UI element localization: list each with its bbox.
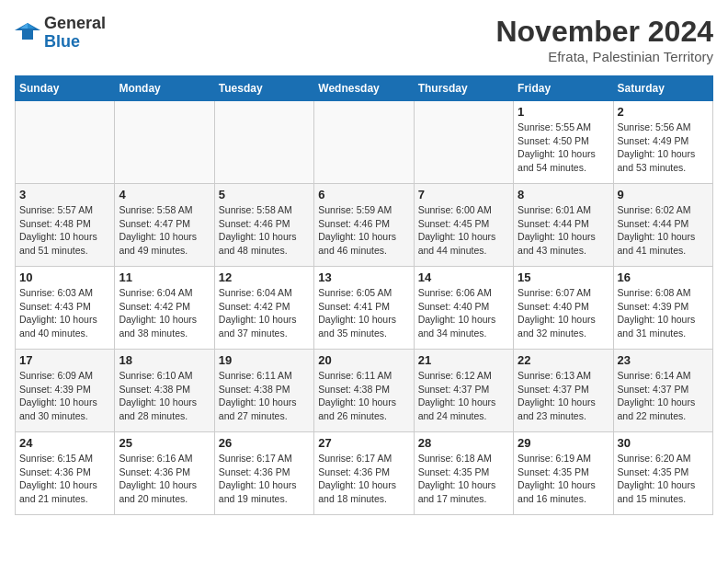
day-info: Sunrise: 6:19 AM Sunset: 4:35 PM Dayligh… — [518, 452, 609, 506]
day-number: 28 — [418, 436, 509, 450]
day-info: Sunrise: 6:01 AM Sunset: 4:44 PM Dayligh… — [518, 203, 609, 258]
month-title: November 2024 — [495, 15, 713, 49]
day-info: Sunrise: 6:17 AM Sunset: 4:36 PM Dayligh… — [219, 452, 310, 506]
day-number: 16 — [618, 270, 709, 284]
calendar-cell: 12Sunrise: 6:04 AM Sunset: 4:42 PM Dayli… — [214, 267, 313, 350]
day-info: Sunrise: 6:15 AM Sunset: 4:36 PM Dayligh… — [19, 452, 110, 506]
day-info: Sunrise: 5:58 AM Sunset: 4:46 PM Dayligh… — [219, 203, 310, 258]
day-number: 15 — [518, 270, 609, 284]
calendar-cell — [16, 101, 115, 184]
day-number: 6 — [318, 188, 409, 201]
day-info: Sunrise: 6:05 AM Sunset: 4:41 PM Dayligh… — [318, 286, 409, 340]
calendar-cell: 2Sunrise: 5:56 AM Sunset: 4:49 PM Daylig… — [613, 101, 712, 184]
day-info: Sunrise: 5:57 AM Sunset: 4:48 PM Dayligh… — [19, 203, 110, 258]
calendar-cell — [115, 101, 214, 184]
day-info: Sunrise: 6:16 AM Sunset: 4:36 PM Dayligh… — [119, 452, 210, 506]
day-info: Sunrise: 6:18 AM Sunset: 4:35 PM Dayligh… — [418, 452, 509, 506]
day-info: Sunrise: 6:04 AM Sunset: 4:42 PM Dayligh… — [219, 286, 310, 340]
day-info: Sunrise: 6:11 AM Sunset: 4:38 PM Dayligh… — [318, 369, 409, 423]
weekday-header-tuesday: Tuesday — [214, 76, 313, 101]
logo: General Blue — [15, 15, 106, 52]
day-info: Sunrise: 6:03 AM Sunset: 4:43 PM Dayligh… — [19, 286, 110, 340]
calendar-cell: 7Sunrise: 6:00 AM Sunset: 4:45 PM Daylig… — [414, 184, 513, 267]
day-info: Sunrise: 6:07 AM Sunset: 4:40 PM Dayligh… — [518, 286, 609, 340]
calendar-cell: 26Sunrise: 6:17 AM Sunset: 4:36 PM Dayli… — [214, 432, 313, 515]
day-info: Sunrise: 5:55 AM Sunset: 4:50 PM Dayligh… — [518, 121, 609, 175]
day-number: 22 — [518, 353, 609, 367]
calendar-cell: 22Sunrise: 6:13 AM Sunset: 4:37 PM Dayli… — [514, 350, 613, 432]
day-info: Sunrise: 5:59 AM Sunset: 4:46 PM Dayligh… — [318, 203, 409, 258]
calendar-week-1: 1Sunrise: 5:55 AM Sunset: 4:50 PM Daylig… — [16, 101, 713, 184]
day-number: 2 — [618, 105, 709, 119]
calendar-week-3: 10Sunrise: 6:03 AM Sunset: 4:43 PM Dayli… — [16, 267, 713, 350]
day-number: 1 — [518, 105, 609, 119]
weekday-header-thursday: Thursday — [414, 76, 513, 101]
calendar-week-2: 3Sunrise: 5:57 AM Sunset: 4:48 PM Daylig… — [16, 184, 713, 267]
logo-blue: Blue — [44, 32, 80, 51]
day-number: 13 — [318, 270, 409, 284]
day-info: Sunrise: 6:11 AM Sunset: 4:38 PM Dayligh… — [219, 369, 310, 423]
day-number: 18 — [119, 353, 210, 367]
calendar-cell: 25Sunrise: 6:16 AM Sunset: 4:36 PM Dayli… — [115, 432, 214, 515]
calendar-cell — [314, 101, 414, 184]
calendar-cell: 17Sunrise: 6:09 AM Sunset: 4:39 PM Dayli… — [16, 350, 115, 432]
calendar-table: SundayMondayTuesdayWednesdayThursdayFrid… — [15, 75, 713, 515]
calendar-cell: 10Sunrise: 6:03 AM Sunset: 4:43 PM Dayli… — [16, 267, 115, 350]
day-number: 3 — [19, 188, 110, 201]
calendar-header: SundayMondayTuesdayWednesdayThursdayFrid… — [16, 76, 713, 101]
day-info: Sunrise: 6:00 AM Sunset: 4:45 PM Dayligh… — [418, 203, 509, 258]
day-number: 23 — [618, 353, 709, 367]
day-number: 8 — [518, 188, 609, 201]
logo-text: General Blue — [44, 15, 106, 52]
day-number: 21 — [418, 353, 509, 367]
day-number: 7 — [418, 188, 509, 201]
day-info: Sunrise: 6:14 AM Sunset: 4:37 PM Dayligh… — [618, 369, 709, 423]
logo-general: General — [44, 14, 106, 32]
calendar-cell — [214, 101, 313, 184]
day-info: Sunrise: 5:56 AM Sunset: 4:49 PM Dayligh… — [618, 121, 709, 175]
day-number: 10 — [19, 270, 110, 284]
day-info: Sunrise: 6:17 AM Sunset: 4:36 PM Dayligh… — [318, 452, 409, 506]
day-number: 5 — [219, 188, 310, 201]
calendar-cell: 19Sunrise: 6:11 AM Sunset: 4:38 PM Dayli… — [214, 350, 313, 432]
day-info: Sunrise: 6:10 AM Sunset: 4:38 PM Dayligh… — [119, 369, 210, 423]
calendar-cell: 21Sunrise: 6:12 AM Sunset: 4:37 PM Dayli… — [414, 350, 513, 432]
title-area: November 2024 Efrata, Palestinian Territ… — [495, 15, 713, 64]
calendar-cell: 4Sunrise: 5:58 AM Sunset: 4:47 PM Daylig… — [115, 184, 214, 267]
weekday-header-sunday: Sunday — [16, 76, 115, 101]
day-info: Sunrise: 6:20 AM Sunset: 4:35 PM Dayligh… — [618, 452, 709, 506]
day-number: 19 — [219, 353, 310, 367]
calendar-cell: 16Sunrise: 6:08 AM Sunset: 4:39 PM Dayli… — [613, 267, 712, 350]
day-info: Sunrise: 6:04 AM Sunset: 4:42 PM Dayligh… — [119, 286, 210, 340]
calendar-cell: 24Sunrise: 6:15 AM Sunset: 4:36 PM Dayli… — [16, 432, 115, 515]
day-number: 27 — [318, 436, 409, 450]
day-number: 4 — [119, 188, 210, 201]
weekday-header-monday: Monday — [115, 76, 214, 101]
calendar-week-5: 24Sunrise: 6:15 AM Sunset: 4:36 PM Dayli… — [16, 432, 713, 515]
weekday-header-friday: Friday — [514, 76, 613, 101]
calendar-cell: 15Sunrise: 6:07 AM Sunset: 4:40 PM Dayli… — [514, 267, 613, 350]
day-info: Sunrise: 6:02 AM Sunset: 4:44 PM Dayligh… — [618, 203, 709, 258]
calendar-body: 1Sunrise: 5:55 AM Sunset: 4:50 PM Daylig… — [16, 101, 713, 515]
day-number: 9 — [618, 188, 709, 201]
calendar-cell: 6Sunrise: 5:59 AM Sunset: 4:46 PM Daylig… — [314, 184, 414, 267]
day-number: 12 — [219, 270, 310, 284]
day-number: 17 — [19, 353, 110, 367]
calendar-cell: 18Sunrise: 6:10 AM Sunset: 4:38 PM Dayli… — [115, 350, 214, 432]
calendar-cell: 14Sunrise: 6:06 AM Sunset: 4:40 PM Dayli… — [414, 267, 513, 350]
day-info: Sunrise: 6:08 AM Sunset: 4:39 PM Dayligh… — [618, 286, 709, 340]
day-number: 29 — [518, 436, 609, 450]
day-info: Sunrise: 6:12 AM Sunset: 4:37 PM Dayligh… — [418, 369, 509, 423]
day-info: Sunrise: 5:58 AM Sunset: 4:47 PM Dayligh… — [119, 203, 210, 258]
calendar-cell: 29Sunrise: 6:19 AM Sunset: 4:35 PM Dayli… — [514, 432, 613, 515]
day-number: 11 — [119, 270, 210, 284]
weekday-row: SundayMondayTuesdayWednesdayThursdayFrid… — [16, 76, 713, 101]
calendar-cell: 1Sunrise: 5:55 AM Sunset: 4:50 PM Daylig… — [514, 101, 613, 184]
calendar-cell: 3Sunrise: 5:57 AM Sunset: 4:48 PM Daylig… — [16, 184, 115, 267]
calendar-cell: 11Sunrise: 6:04 AM Sunset: 4:42 PM Dayli… — [115, 267, 214, 350]
day-info: Sunrise: 6:06 AM Sunset: 4:40 PM Dayligh… — [418, 286, 509, 340]
day-number: 25 — [119, 436, 210, 450]
logo-graphic — [15, 21, 40, 45]
day-number: 14 — [418, 270, 509, 284]
day-number: 24 — [19, 436, 110, 450]
